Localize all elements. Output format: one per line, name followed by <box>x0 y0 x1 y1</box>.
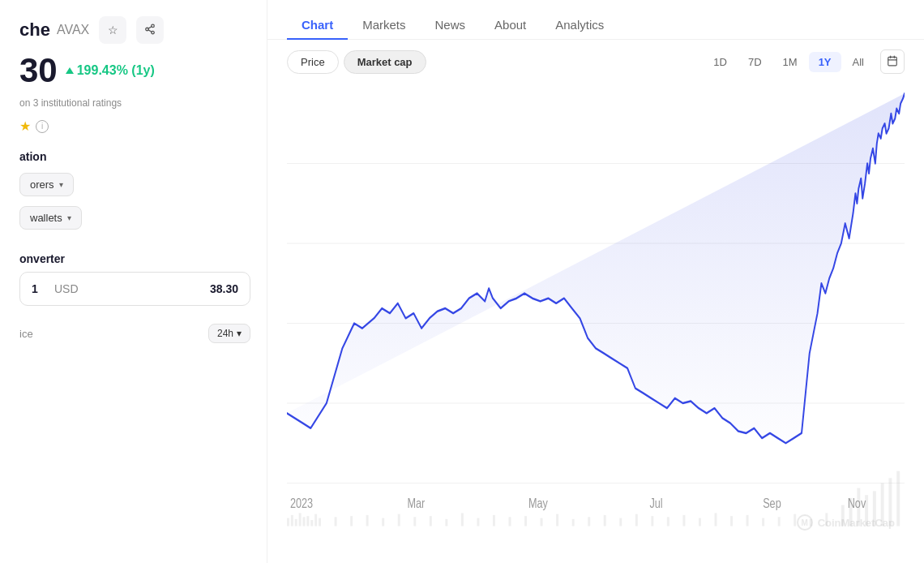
price-change: 199.43% (1y) <box>66 63 155 78</box>
rating-star-icon: ★ <box>19 118 31 134</box>
nav-tabs: Chart Markets News About Analytics <box>267 0 924 40</box>
svg-rect-47 <box>715 513 717 526</box>
ratings-text: on 3 institutional ratings <box>19 97 250 109</box>
price-button[interactable]: Price <box>287 50 339 74</box>
svg-rect-32 <box>477 518 479 526</box>
tab-chart[interactable]: Chart <box>287 11 348 40</box>
share-button[interactable] <box>136 16 164 44</box>
converter-title: onverter <box>19 252 250 265</box>
svg-line-3 <box>148 29 152 31</box>
svg-rect-40 <box>604 515 606 526</box>
chart-type-buttons: Price Market cap <box>287 50 426 74</box>
explorers-button[interactable]: orers ▾ <box>19 173 74 196</box>
watermark-text: CoinMarketCap <box>818 517 895 529</box>
info-icon[interactable]: i <box>36 120 49 133</box>
chart-area: Chart Markets News About Analytics Price… <box>267 0 924 563</box>
chart-controls: Price Market cap 1D 7D 1M 1Y All <box>267 40 924 84</box>
calendar-button[interactable] <box>880 49 905 74</box>
wallets-dropdown[interactable]: wallets ▾ <box>19 206 250 230</box>
svg-rect-5 <box>888 57 897 66</box>
svg-rect-29 <box>430 516 432 526</box>
svg-text:Mar: Mar <box>407 496 425 511</box>
svg-rect-34 <box>509 517 511 526</box>
arrow-up-icon <box>66 67 74 74</box>
time-1y-button[interactable]: 1Y <box>809 52 841 72</box>
price-label-row: ice 24h ▾ <box>19 324 250 343</box>
svg-rect-42 <box>635 514 638 526</box>
svg-text:Jul: Jul <box>649 496 662 511</box>
time-7d-button[interactable]: 7D <box>738 52 772 72</box>
svg-rect-21 <box>314 514 317 526</box>
wallets-label: wallets <box>30 212 62 224</box>
tab-news[interactable]: News <box>421 11 481 40</box>
star-rating-row: ★ i <box>19 118 250 134</box>
wallets-button[interactable]: wallets ▾ <box>19 206 82 230</box>
svg-rect-19 <box>306 516 309 526</box>
svg-rect-25 <box>366 515 369 526</box>
price-display: 30 <box>19 54 58 88</box>
star-icon: ☆ <box>108 24 118 37</box>
tab-about[interactable]: About <box>480 11 541 40</box>
svg-line-4 <box>148 26 152 28</box>
svg-rect-15 <box>291 515 293 526</box>
svg-rect-31 <box>461 513 464 526</box>
coinmarketcap-logo: M <box>797 514 813 531</box>
svg-rect-27 <box>398 514 400 526</box>
svg-text:2023: 2023 <box>290 496 313 511</box>
time-1d-button[interactable]: 1D <box>704 52 737 72</box>
converter-section: onverter 1 USD 38.30 <box>19 252 250 306</box>
time-all-button[interactable]: All <box>843 52 874 72</box>
svg-rect-46 <box>699 518 701 526</box>
chart-container: 2023 Mar May Jul Sep Nov M CoinMarketCap <box>267 84 924 563</box>
svg-rect-16 <box>295 519 297 526</box>
price-label: ice <box>19 328 33 340</box>
tab-analytics[interactable]: Analytics <box>541 11 618 40</box>
converter-amount: 1 <box>32 282 48 295</box>
svg-rect-17 <box>299 513 302 526</box>
info-section-title: ation <box>19 150 250 163</box>
svg-rect-36 <box>541 518 543 526</box>
tab-markets[interactable]: Markets <box>348 11 420 40</box>
coin-header: che AVAX ☆ <box>19 16 250 44</box>
svg-rect-62 <box>896 471 900 526</box>
svg-rect-35 <box>524 516 527 526</box>
watermark: M CoinMarketCap <box>797 514 895 531</box>
svg-rect-37 <box>556 514 558 526</box>
svg-rect-49 <box>746 515 749 526</box>
svg-rect-45 <box>682 515 685 526</box>
price-row: 30 199.43% (1y) <box>19 54 250 88</box>
svg-rect-44 <box>667 517 669 526</box>
svg-rect-18 <box>303 517 306 526</box>
explorers-dropdown[interactable]: orers ▾ <box>19 173 250 196</box>
svg-rect-33 <box>493 515 495 526</box>
time-range-buttons: 1D 7D 1M 1Y All <box>704 49 905 74</box>
svg-rect-50 <box>762 518 764 526</box>
converter-currency: USD <box>54 282 203 295</box>
svg-rect-28 <box>413 517 416 526</box>
market-cap-button[interactable]: Market cap <box>344 50 426 74</box>
coin-ticker: AVAX <box>57 23 89 37</box>
svg-rect-38 <box>572 519 575 526</box>
converter-box: 1 USD 38.30 <box>19 272 250 306</box>
period-dropdown[interactable]: 24h ▾ <box>208 324 250 343</box>
svg-text:Sep: Sep <box>763 496 781 511</box>
svg-rect-30 <box>445 519 447 526</box>
svg-rect-39 <box>588 517 590 526</box>
share-icon <box>144 24 156 37</box>
chevron-down-icon-period: ▾ <box>237 328 242 339</box>
svg-rect-14 <box>287 518 289 526</box>
calendar-icon <box>887 55 898 69</box>
svg-text:Nov: Nov <box>848 496 866 511</box>
svg-rect-48 <box>730 516 733 526</box>
chevron-down-icon-wallets: ▾ <box>67 213 71 222</box>
price-chart-svg: 2023 Mar May Jul Sep Nov <box>287 84 905 563</box>
svg-rect-22 <box>319 518 321 526</box>
svg-rect-24 <box>350 516 353 526</box>
sidebar: che AVAX ☆ 30 199.43% (1y) on 3 institut… <box>0 0 267 563</box>
time-1m-button[interactable]: 1M <box>773 52 807 72</box>
explorers-label: orers <box>30 178 54 191</box>
watchlist-button[interactable]: ☆ <box>99 16 126 44</box>
svg-rect-51 <box>778 517 781 526</box>
svg-text:May: May <box>528 496 549 511</box>
svg-rect-41 <box>619 518 622 526</box>
